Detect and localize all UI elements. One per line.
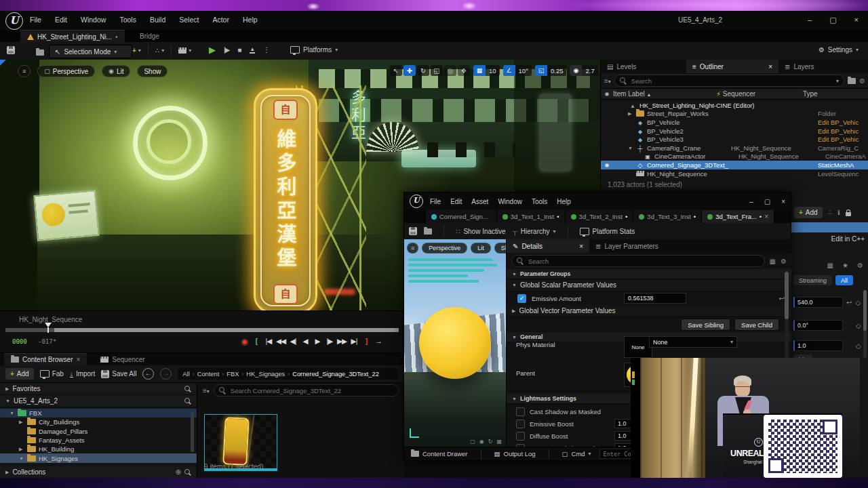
selection-mode-dropdown[interactable]: ↖ Selection Mode ▾	[49, 45, 132, 58]
close-button[interactable]: ×	[781, 198, 785, 205]
outliner-row[interactable]: ◉ BP_Vehicle3 Edit BP_Vehic	[601, 135, 868, 144]
stop-button[interactable]: ■	[237, 46, 241, 54]
details-settings-icon[interactable]: ⚙	[781, 258, 787, 265]
display-grid-icon[interactable]: ▦	[827, 262, 833, 269]
play-button[interactable]: ▶	[209, 45, 216, 55]
menu-item[interactable]: Edit	[450, 198, 462, 205]
quick-add-caret[interactable]: ▾	[138, 47, 141, 54]
folder-tree-item[interactable]: Damaged_Pillars	[0, 427, 197, 436]
asset-search-input[interactable]	[229, 386, 393, 395]
streaming-toggle[interactable]: Streaming	[793, 275, 832, 285]
folder-tree-item[interactable]: ▶ HK_Building	[0, 445, 197, 453]
search-icon[interactable]	[184, 386, 191, 392]
outliner-row[interactable]: ◉ CineCameraActor HK_Night_Sequence Cine…	[601, 152, 868, 161]
preview-options-button[interactable]: ≡	[407, 243, 418, 253]
transport-button[interactable]: ▶	[312, 337, 323, 346]
menu-item[interactable]: Build	[150, 16, 165, 24]
play-options-icon[interactable]: ⋮	[263, 46, 270, 54]
menu-item[interactable]: Edit	[55, 16, 67, 24]
scale-tool[interactable]: ◱	[431, 65, 443, 76]
reset-icon[interactable]: ↩	[846, 299, 852, 306]
actor-snap-toggle[interactable]: ❖	[458, 65, 470, 76]
cmd-dropdown[interactable]: ▢ Cmd▾	[559, 450, 594, 458]
menu-item[interactable]: Actor	[212, 16, 229, 24]
phys-material-thumb[interactable]: None	[624, 336, 652, 358]
content-drawer-button[interactable]: Content Drawer	[408, 450, 471, 458]
maximize-button[interactable]: ▢	[764, 198, 770, 205]
browse-icon[interactable]	[424, 228, 432, 235]
cinematics-icon[interactable]	[178, 47, 186, 54]
details-search-input[interactable]	[527, 257, 760, 266]
outliner-row[interactable]: ◉ BP_Vehicle2 Edit BP_Vehic	[601, 127, 868, 136]
select-tool[interactable]: ↖	[390, 65, 402, 76]
asset-tab[interactable]: 3d_Text_2_Inst • ×	[566, 210, 634, 223]
filter-icon[interactable]: ≡▾	[604, 77, 611, 85]
tab-close-icon[interactable]: ×	[768, 63, 772, 70]
keyframe-icon[interactable]: ◇	[855, 299, 861, 306]
back-button[interactable]: ←	[142, 368, 154, 380]
override-checkbox[interactable]	[516, 432, 525, 441]
transport-button[interactable]: ]	[361, 337, 372, 346]
asset-tab[interactable]: 3d_Text_Fra... • ×	[702, 210, 774, 223]
row-type-link[interactable]: CineCameraA	[825, 152, 868, 160]
frame-skip-button[interactable]: |▶	[224, 46, 229, 54]
preview-sphere-icon[interactable]: ◉	[479, 439, 484, 445]
output-log-button[interactable]: ▤ Output Log	[492, 450, 538, 458]
material-preview-viewport[interactable]: ≡ Perspective Lit Sho ▢ ◉ ↻ ▦	[404, 239, 506, 447]
row-type-link[interactable]: StaticMeshA	[818, 161, 868, 169]
transport-button[interactable]: →	[373, 337, 384, 346]
visibility-column-icon[interactable]: ◉	[601, 91, 613, 97]
override-checkbox[interactable]	[517, 294, 526, 303]
platforms-dropdown[interactable]: Platforms ▾	[290, 46, 338, 54]
transform-value-3[interactable]: 1.0	[793, 340, 843, 351]
outliner-row[interactable]: ◉ Cornered_Signage_3DText_ StaticMeshA	[601, 161, 868, 169]
add-component-button[interactable]: +Add	[794, 207, 823, 218]
tab-close-icon[interactable]: ×	[76, 356, 80, 363]
details-search[interactable]	[511, 255, 765, 267]
fab-button[interactable]: Fab	[40, 370, 64, 378]
outliner-row[interactable]: ◉ HK_Night_Sequence LevelSequenc	[601, 169, 868, 178]
menu-item[interactable]: Tools	[532, 198, 547, 205]
lit-dropdown[interactable]: ◉ Lit	[102, 65, 130, 77]
menu-item[interactable]: Window	[498, 198, 522, 205]
preview-shape-icon[interactable]: ▢	[470, 439, 475, 445]
tab-content-browser[interactable]: Content Browser ×	[4, 353, 87, 366]
row-type-link[interactable]: Edit BP_Vehic	[818, 136, 868, 143]
search-icon[interactable]	[184, 469, 191, 476]
tab-layers[interactable]: ≣ Layers	[778, 60, 856, 73]
eject-button[interactable]: ▲	[250, 47, 255, 54]
maximize-button[interactable]: ▢	[829, 16, 836, 24]
search-icon[interactable]	[184, 398, 191, 405]
details-settings-icon[interactable]: ⚙	[857, 262, 863, 269]
save-icon[interactable]	[7, 46, 15, 54]
rotate-tool[interactable]: ↻	[417, 65, 429, 76]
preview-lit-dropdown[interactable]: Lit	[471, 243, 491, 253]
unreal-logo-icon[interactable]: U	[5, 12, 23, 30]
outliner-row[interactable]: ◉ ▼CameraRig_Crane HK_Night_Sequence Cam…	[601, 144, 868, 152]
blueprints-caret[interactable]: ▾	[161, 47, 164, 54]
lock-icon[interactable]	[846, 212, 851, 216]
breadcrumb-item[interactable]: Content	[197, 371, 220, 378]
breadcrumb-item[interactable]: HK_Signages	[246, 371, 285, 378]
section-scalar-params[interactable]: ▼Global Scalar Parameter Values	[507, 279, 791, 291]
show-dropdown[interactable]: Show	[137, 65, 167, 77]
emissive-amount-input[interactable]: 0.561538	[624, 293, 686, 304]
camera-speed-control[interactable]: ◉ 2.7	[570, 65, 597, 76]
import-button[interactable]: ↓ Import	[70, 370, 95, 378]
folder-tree-item[interactable]: ▼ FBX	[0, 409, 197, 418]
tab-close-icon[interactable]: ×	[579, 243, 583, 250]
all-toggle[interactable]: All	[835, 275, 853, 285]
tab-details[interactable]: ✎ Details ×	[507, 239, 589, 253]
viewport-options-button[interactable]: ≡	[18, 65, 31, 77]
transport-button[interactable]: |▶	[324, 337, 335, 346]
transport-button[interactable]: [	[251, 337, 262, 346]
asset-tab[interactable]: 3d_Text_3_Inst • ×	[633, 210, 702, 223]
menu-item[interactable]: Help	[557, 198, 571, 205]
transport-button[interactable]: ▶|	[349, 337, 359, 346]
outliner-row[interactable]: ◉ BP_Vehicle Edit BP_Vehic	[601, 118, 868, 127]
menu-item[interactable]: Asset	[471, 198, 488, 205]
tab-level[interactable]: HK_Street_Lighting_Ni... •	[20, 30, 125, 43]
settings-dropdown[interactable]: ⚙ Settings ▾	[818, 46, 859, 54]
asset-tab[interactable]: Cornered_Sign... ×	[426, 210, 497, 223]
show-inactive-button[interactable]: ∷ Show Inactive	[456, 228, 506, 235]
